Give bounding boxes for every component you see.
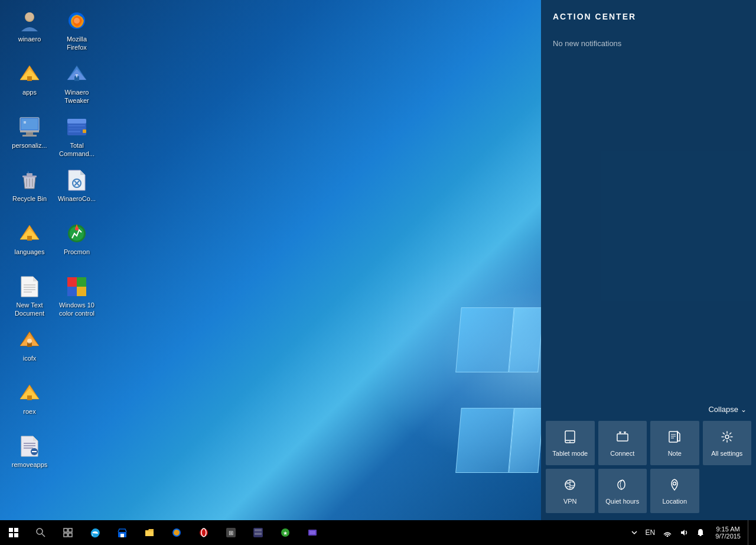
svg-rect-56 [669,432,677,442]
icon-personalize[interactable]: personaliz... [6,112,53,166]
icon-new-text-doc[interactable]: New Text Document [6,272,53,325]
svg-rect-5 [20,131,39,132]
icon-winaero-co[interactable]: WinaeroCo... [53,166,100,219]
app4-icon [307,527,318,538]
svg-rect-33 [67,119,86,124]
action-center-spacer [541,60,756,400]
store-button[interactable] [109,520,136,545]
icon-languages[interactable]: languages [6,219,53,272]
collapse-label: Collapse [708,405,738,414]
action-center-collapse-row: Collapse ⌄ [541,400,756,419]
svg-rect-76 [145,531,154,536]
icon-recycle-bin-label: Recycle Bin [12,194,47,203]
edge-button[interactable] [82,520,109,545]
quick-action-all-settings[interactable]: All settings [703,421,752,465]
icon-removeapps[interactable]: removeapps [6,432,53,485]
show-desktop-button[interactable] [748,520,751,545]
icon-roex-label: roex [23,407,35,416]
file-explorer-button[interactable] [136,520,163,545]
svg-rect-7 [22,135,37,137]
icon-apps[interactable]: apps [6,59,53,112]
icon-icofx-label: icofx [23,354,37,362]
edge-icon [90,527,100,538]
network-icon [663,528,672,537]
windows-logo-icon [9,528,18,537]
svg-rect-71 [69,528,72,532]
volume-button[interactable] [676,520,692,545]
roex-icon-img [18,381,41,405]
svg-rect-70 [64,528,67,532]
task-view-button[interactable] [54,520,82,545]
icon-win10-color-label: Windows 10 color control [56,301,97,318]
opera-icon [198,527,209,538]
quick-action-quiet-hours[interactable]: Quiet hours [598,469,647,513]
svg-rect-4 [21,119,38,129]
icon-recycle-bin[interactable]: Recycle Bin [6,166,53,219]
icon-new-text-doc-label: New Text Document [9,301,50,318]
taskbar-app2-button[interactable] [245,520,272,545]
svg-text:⊞: ⊞ [229,530,233,536]
all-settings-label: All settings [711,450,742,457]
procmon-icon-img [65,222,89,245]
action-center-panel: ACTION CENTER No new notifications Colla… [541,0,756,520]
icon-winaero-tweaker-label: Winaero Tweaker [56,88,97,105]
icon-mozilla-firefox[interactable]: Mozilla Firefox [53,6,100,59]
quick-action-note[interactable]: Note [650,421,699,465]
quick-action-connect[interactable]: Connect [598,421,647,465]
svg-text:T: T [76,73,79,79]
icon-roex[interactable]: roex [6,378,53,432]
icon-languages-label: languages [15,248,45,256]
file-explorer-icon [144,527,155,538]
vpn-icon [563,478,576,494]
icon-total-commander-label: Total Command... [56,141,97,158]
app3-icon: ★ [280,527,291,538]
icon-icofx[interactable]: icofx [6,325,53,378]
icon-personalize-label: personaliz... [12,141,47,150]
network-button[interactable] [660,520,675,545]
icon-winaero[interactable]: winaero [6,6,53,59]
svg-point-29 [74,18,80,24]
icon-total-commander[interactable]: Total Command... [53,112,100,166]
svg-point-50 [569,442,571,443]
connect-label: Connect [610,450,634,457]
svg-point-90 [667,536,669,537]
clock-display[interactable]: 9:15 AM 9/7/2015 [709,520,747,545]
icofx-icon-img [18,328,41,352]
icon-procmon[interactable]: Procmon [53,219,100,272]
taskbar: ⊞ ★ EN [0,520,756,545]
svg-rect-44 [67,277,77,287]
notification-icon [696,528,705,537]
connect-icon [616,430,629,446]
tablet-mode-icon [563,430,576,446]
taskbar-app3-button[interactable]: ★ [272,520,299,545]
winaero-co-icon-img [65,168,89,192]
quick-action-vpn[interactable]: VPN [546,469,595,513]
search-button[interactable] [27,520,54,545]
collapse-chevron-icon: ⌄ [741,405,747,414]
svg-rect-36 [69,131,80,132]
quick-action-location[interactable]: Location [650,469,699,513]
start-button[interactable] [0,520,27,545]
icon-winaero-label: winaero [18,35,41,43]
action-center-tray-button[interactable] [693,520,708,545]
app2-icon [253,527,263,538]
quick-action-tablet-mode[interactable]: Tablet mode [546,421,595,465]
svg-line-69 [42,534,45,537]
tray-expand-button[interactable] [628,520,641,545]
winaero-tweaker-icon-img: T [65,62,89,86]
icon-winaero-tweaker[interactable]: T Winaero Tweaker [53,59,100,112]
opera-button[interactable] [190,520,217,545]
desktop: winaero apps [0,0,541,520]
app1-icon: ⊞ [226,527,236,538]
firefox-taskbar-button[interactable] [163,520,190,545]
icon-win10-color[interactable]: Windows 10 color control [53,272,100,325]
svg-point-60 [725,435,729,439]
taskbar-app4-button[interactable] [299,520,326,545]
taskbar-app1-button[interactable]: ⊞ [217,520,245,545]
total-commander-icon-img [65,115,89,139]
language-indicator[interactable]: EN [642,520,659,545]
svg-rect-2 [27,76,32,81]
collapse-button[interactable]: Collapse ⌄ [708,405,747,414]
svg-rect-14 [27,236,32,241]
recycle-bin-icon-img [18,168,41,192]
